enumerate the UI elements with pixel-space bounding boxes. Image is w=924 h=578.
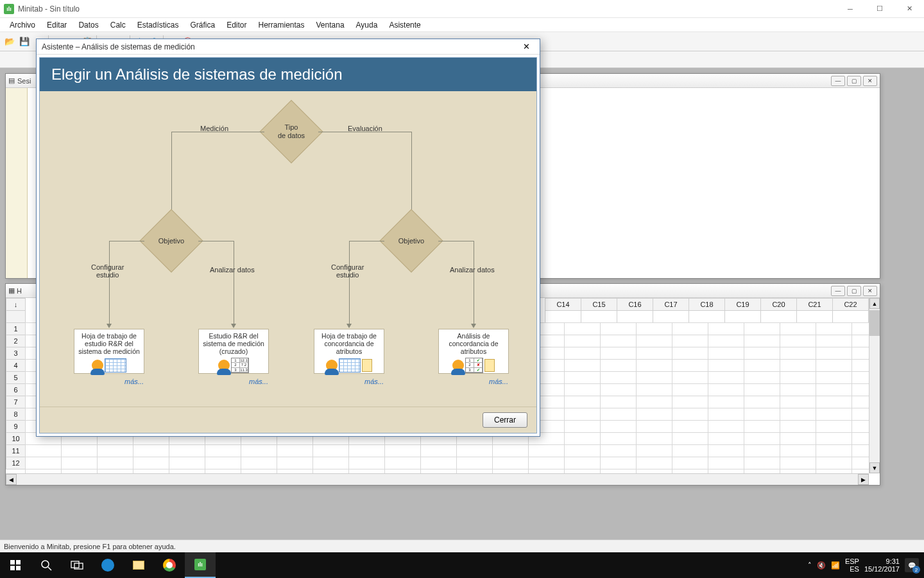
person-icon (452, 360, 464, 371)
scroll-thumb[interactable] (869, 310, 880, 336)
leaf-label-l1: Configurar estudio (91, 263, 124, 279)
row-header[interactable]: 2 (6, 335, 26, 347)
row-header[interactable]: 10 (6, 433, 26, 445)
col-header[interactable]: C20 (761, 299, 797, 311)
search-button[interactable] (31, 552, 62, 578)
more-link-1[interactable]: más... (124, 378, 144, 385)
session-doc-icon: ▤ (8, 76, 15, 85)
row-header[interactable]: 12 (6, 457, 26, 469)
assistant-dialog: Asistente – Análisis de sistemas de medi… (36, 39, 540, 437)
option-analysis-attribute[interactable]: Análisis de concordancia de atributos 1✔… (438, 329, 509, 374)
more-link-4[interactable]: más... (489, 378, 508, 385)
more-link-3[interactable]: más... (364, 378, 384, 385)
start-button[interactable] (0, 552, 31, 578)
maximize-button[interactable]: ☐ (865, 0, 894, 18)
minimize-button[interactable]: ─ (835, 0, 865, 18)
menu-editar[interactable]: Editar (41, 19, 73, 31)
row-header[interactable]: 3 (6, 347, 26, 360)
svg-rect-1 (16, 560, 21, 565)
data-table-icon: 112.127.2311.3 (231, 358, 249, 373)
row-header[interactable]: 1 (6, 323, 26, 335)
menu-grafica[interactable]: Gráfica (184, 19, 221, 31)
chrome-icon (163, 559, 176, 572)
menubar: Archivo Editar Datos Calc Estadísticas G… (0, 18, 924, 32)
horizontal-scrollbar[interactable]: ◀ ▶ (6, 473, 869, 485)
worksheet-doc-icon: ▦ (8, 286, 15, 295)
menu-ayuda[interactable]: Ayuda (350, 19, 384, 31)
open-icon[interactable]: 📂 (3, 35, 17, 49)
col-header[interactable]: C21 (797, 299, 833, 311)
svg-rect-2 (10, 566, 15, 570)
system-tray: ˄ 🔇 📶 ESPES 9:3115/12/2017 💬2 (803, 557, 924, 573)
scroll-up-icon[interactable]: ▲ (869, 298, 880, 309)
row-header[interactable]: 8 (6, 408, 26, 421)
session-close-button[interactable]: ✕ (863, 76, 877, 86)
worksheet-maximize-button[interactable]: ▢ (847, 286, 861, 296)
tray-clock[interactable]: 9:3115/12/2017 (864, 557, 900, 573)
option-label: Hoja de trabajo de concordancia de atrib… (314, 332, 384, 355)
task-file-explorer[interactable] (123, 552, 154, 578)
dialog-titlebar[interactable]: Asistente – Análisis de sistemas de medi… (37, 39, 540, 55)
col-header[interactable]: C18 (689, 299, 725, 311)
task-chrome[interactable] (154, 552, 185, 578)
col-header[interactable]: C19 (725, 299, 761, 311)
tray-network-icon[interactable]: 📶 (831, 561, 840, 570)
col-header[interactable]: C14 (545, 299, 581, 311)
clipboard-icon (362, 359, 372, 372)
col-header[interactable]: C16 (617, 299, 653, 311)
more-link-2[interactable]: más... (249, 378, 268, 385)
person-icon (92, 360, 103, 371)
menu-herramientas[interactable]: Herramientas (253, 19, 311, 31)
save-icon[interactable]: 💾 (17, 35, 31, 49)
row-header[interactable] (6, 311, 26, 323)
scroll-left-icon[interactable]: ◀ (6, 474, 17, 485)
tray-chevron-up-icon[interactable]: ˄ (808, 561, 812, 570)
edge-icon (101, 559, 114, 572)
row-header[interactable]: 4 (6, 360, 26, 372)
clipboard-icon (484, 359, 495, 372)
dialog-close-button[interactable]: ✕ (518, 40, 535, 53)
dialog-close-action-button[interactable]: Cerrar (483, 412, 527, 428)
col-header[interactable]: C15 (581, 299, 617, 311)
option-worksheet-attribute[interactable]: Hoja de trabajo de concordancia de atrib… (314, 329, 384, 374)
menu-editor[interactable]: Editor (221, 19, 252, 31)
corner-cell[interactable]: ↓ (6, 299, 26, 311)
svg-line-5 (48, 567, 51, 570)
row-header[interactable]: 11 (6, 445, 26, 457)
option-label: Análisis de concordancia de atributos (439, 332, 508, 355)
row-header[interactable]: 7 (6, 396, 26, 408)
col-header[interactable]: C22 (833, 299, 869, 311)
taskbar: ılı ˄ 🔇 📶 ESPES 9:3115/12/2017 💬2 (0, 552, 924, 578)
menu-ventana[interactable]: Ventana (311, 19, 350, 31)
session-minimize-button[interactable]: — (831, 76, 845, 86)
vertical-scrollbar[interactable]: ▲ ▼ (869, 298, 880, 473)
taskview-button[interactable] (62, 552, 92, 578)
task-edge[interactable] (92, 552, 123, 578)
decision-objetivo-right: Objetivo (380, 209, 443, 273)
menu-archivo[interactable]: Archivo (4, 19, 41, 31)
menu-estadisticas[interactable]: Estadísticas (132, 19, 185, 31)
leaf-label-r2: Analizar datos (450, 266, 495, 274)
tray-language[interactable]: ESPES (845, 557, 859, 573)
option-study-rr-crossed[interactable]: Estudio R&R del sistema de medición (cru… (198, 329, 269, 374)
row-header[interactable]: 6 (6, 384, 26, 396)
task-minitab[interactable]: ılı (185, 552, 216, 578)
menu-calc[interactable]: Calc (105, 19, 132, 31)
col-header[interactable]: C17 (653, 299, 689, 311)
dialog-heading: Elegir un Análisis de sistemas de medici… (40, 58, 536, 91)
scroll-down-icon[interactable]: ▼ (869, 462, 880, 473)
menu-asistente[interactable]: Asistente (383, 19, 426, 31)
tray-notifications[interactable]: 💬2 (905, 558, 919, 572)
svg-rect-0 (10, 560, 15, 565)
worksheet-close-button[interactable]: ✕ (863, 286, 877, 296)
close-button[interactable]: ✕ (894, 0, 924, 18)
row-header[interactable]: 5 (6, 372, 26, 384)
session-maximize-button[interactable]: ▢ (847, 76, 861, 86)
scroll-right-icon[interactable]: ▶ (858, 474, 869, 485)
option-label: Hoja de trabajo de estudio R&R del siste… (74, 332, 144, 355)
worksheet-minimize-button[interactable]: — (831, 286, 845, 296)
menu-datos[interactable]: Datos (73, 19, 104, 31)
option-worksheet-rr[interactable]: Hoja de trabajo de estudio R&R del siste… (74, 329, 144, 374)
row-header[interactable]: 9 (6, 421, 26, 433)
tray-volume-muted-icon[interactable]: 🔇 (817, 561, 826, 570)
